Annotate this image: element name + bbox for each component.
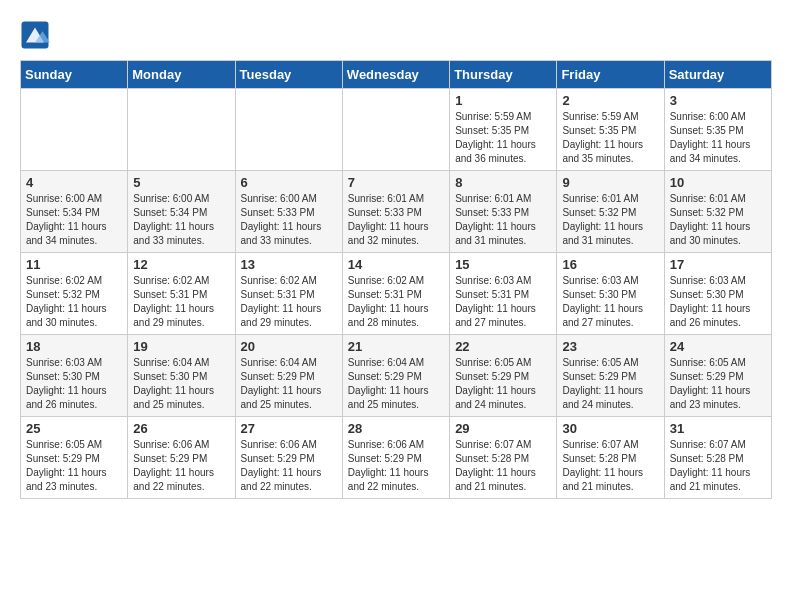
day-info: Sunrise: 6:06 AM Sunset: 5:29 PM Dayligh…: [348, 438, 444, 494]
calendar-cell: 29Sunrise: 6:07 AM Sunset: 5:28 PM Dayli…: [450, 417, 557, 499]
calendar-week-row: 11Sunrise: 6:02 AM Sunset: 5:32 PM Dayli…: [21, 253, 772, 335]
day-info: Sunrise: 6:00 AM Sunset: 5:35 PM Dayligh…: [670, 110, 766, 166]
calendar-cell: 19Sunrise: 6:04 AM Sunset: 5:30 PM Dayli…: [128, 335, 235, 417]
day-number: 13: [241, 257, 337, 272]
calendar-cell: 21Sunrise: 6:04 AM Sunset: 5:29 PM Dayli…: [342, 335, 449, 417]
calendar-cell: 2Sunrise: 5:59 AM Sunset: 5:35 PM Daylig…: [557, 89, 664, 171]
day-number: 4: [26, 175, 122, 190]
day-info: Sunrise: 6:03 AM Sunset: 5:30 PM Dayligh…: [562, 274, 658, 330]
day-number: 26: [133, 421, 229, 436]
day-info: Sunrise: 6:07 AM Sunset: 5:28 PM Dayligh…: [562, 438, 658, 494]
day-number: 7: [348, 175, 444, 190]
calendar-cell: [235, 89, 342, 171]
calendar-cell: 13Sunrise: 6:02 AM Sunset: 5:31 PM Dayli…: [235, 253, 342, 335]
calendar-cell: 17Sunrise: 6:03 AM Sunset: 5:30 PM Dayli…: [664, 253, 771, 335]
calendar-cell: 3Sunrise: 6:00 AM Sunset: 5:35 PM Daylig…: [664, 89, 771, 171]
calendar-cell: [342, 89, 449, 171]
day-info: Sunrise: 6:01 AM Sunset: 5:33 PM Dayligh…: [455, 192, 551, 248]
day-info: Sunrise: 6:01 AM Sunset: 5:32 PM Dayligh…: [670, 192, 766, 248]
calendar-cell: 30Sunrise: 6:07 AM Sunset: 5:28 PM Dayli…: [557, 417, 664, 499]
day-number: 9: [562, 175, 658, 190]
day-number: 20: [241, 339, 337, 354]
day-number: 27: [241, 421, 337, 436]
calendar-cell: 20Sunrise: 6:04 AM Sunset: 5:29 PM Dayli…: [235, 335, 342, 417]
calendar-cell: 28Sunrise: 6:06 AM Sunset: 5:29 PM Dayli…: [342, 417, 449, 499]
day-number: 22: [455, 339, 551, 354]
calendar-cell: 5Sunrise: 6:00 AM Sunset: 5:34 PM Daylig…: [128, 171, 235, 253]
day-info: Sunrise: 6:01 AM Sunset: 5:33 PM Dayligh…: [348, 192, 444, 248]
calendar-day-header: Friday: [557, 61, 664, 89]
day-info: Sunrise: 6:02 AM Sunset: 5:31 PM Dayligh…: [241, 274, 337, 330]
calendar-cell: 1Sunrise: 5:59 AM Sunset: 5:35 PM Daylig…: [450, 89, 557, 171]
day-number: 18: [26, 339, 122, 354]
calendar-cell: 7Sunrise: 6:01 AM Sunset: 5:33 PM Daylig…: [342, 171, 449, 253]
page-header: [20, 20, 772, 50]
day-number: 28: [348, 421, 444, 436]
day-number: 3: [670, 93, 766, 108]
calendar-cell: 22Sunrise: 6:05 AM Sunset: 5:29 PM Dayli…: [450, 335, 557, 417]
calendar-cell: 6Sunrise: 6:00 AM Sunset: 5:33 PM Daylig…: [235, 171, 342, 253]
calendar-cell: 18Sunrise: 6:03 AM Sunset: 5:30 PM Dayli…: [21, 335, 128, 417]
calendar-day-header: Wednesday: [342, 61, 449, 89]
calendar-cell: 26Sunrise: 6:06 AM Sunset: 5:29 PM Dayli…: [128, 417, 235, 499]
calendar-cell: 14Sunrise: 6:02 AM Sunset: 5:31 PM Dayli…: [342, 253, 449, 335]
calendar-cell: 24Sunrise: 6:05 AM Sunset: 5:29 PM Dayli…: [664, 335, 771, 417]
day-number: 10: [670, 175, 766, 190]
day-info: Sunrise: 6:03 AM Sunset: 5:30 PM Dayligh…: [670, 274, 766, 330]
day-info: Sunrise: 6:04 AM Sunset: 5:29 PM Dayligh…: [241, 356, 337, 412]
day-info: Sunrise: 6:05 AM Sunset: 5:29 PM Dayligh…: [562, 356, 658, 412]
day-info: Sunrise: 5:59 AM Sunset: 5:35 PM Dayligh…: [455, 110, 551, 166]
day-number: 12: [133, 257, 229, 272]
day-number: 17: [670, 257, 766, 272]
calendar-day-header: Saturday: [664, 61, 771, 89]
calendar-cell: [128, 89, 235, 171]
day-info: Sunrise: 6:06 AM Sunset: 5:29 PM Dayligh…: [133, 438, 229, 494]
day-number: 21: [348, 339, 444, 354]
logo-icon: [20, 20, 50, 50]
day-info: Sunrise: 6:02 AM Sunset: 5:32 PM Dayligh…: [26, 274, 122, 330]
calendar-header-row: SundayMondayTuesdayWednesdayThursdayFrid…: [21, 61, 772, 89]
day-number: 2: [562, 93, 658, 108]
day-info: Sunrise: 6:06 AM Sunset: 5:29 PM Dayligh…: [241, 438, 337, 494]
day-info: Sunrise: 6:03 AM Sunset: 5:30 PM Dayligh…: [26, 356, 122, 412]
day-info: Sunrise: 6:05 AM Sunset: 5:29 PM Dayligh…: [26, 438, 122, 494]
day-info: Sunrise: 6:00 AM Sunset: 5:33 PM Dayligh…: [241, 192, 337, 248]
calendar-table: SundayMondayTuesdayWednesdayThursdayFrid…: [20, 60, 772, 499]
calendar-day-header: Sunday: [21, 61, 128, 89]
day-number: 15: [455, 257, 551, 272]
calendar-cell: 27Sunrise: 6:06 AM Sunset: 5:29 PM Dayli…: [235, 417, 342, 499]
calendar-day-header: Thursday: [450, 61, 557, 89]
calendar-cell: 8Sunrise: 6:01 AM Sunset: 5:33 PM Daylig…: [450, 171, 557, 253]
day-info: Sunrise: 6:03 AM Sunset: 5:31 PM Dayligh…: [455, 274, 551, 330]
calendar-cell: 11Sunrise: 6:02 AM Sunset: 5:32 PM Dayli…: [21, 253, 128, 335]
day-number: 5: [133, 175, 229, 190]
day-number: 14: [348, 257, 444, 272]
day-number: 24: [670, 339, 766, 354]
day-number: 31: [670, 421, 766, 436]
calendar-cell: [21, 89, 128, 171]
calendar-day-header: Tuesday: [235, 61, 342, 89]
day-info: Sunrise: 6:00 AM Sunset: 5:34 PM Dayligh…: [133, 192, 229, 248]
calendar-cell: 16Sunrise: 6:03 AM Sunset: 5:30 PM Dayli…: [557, 253, 664, 335]
day-info: Sunrise: 6:05 AM Sunset: 5:29 PM Dayligh…: [455, 356, 551, 412]
day-number: 6: [241, 175, 337, 190]
day-info: Sunrise: 6:07 AM Sunset: 5:28 PM Dayligh…: [455, 438, 551, 494]
calendar-cell: 12Sunrise: 6:02 AM Sunset: 5:31 PM Dayli…: [128, 253, 235, 335]
day-number: 1: [455, 93, 551, 108]
day-number: 16: [562, 257, 658, 272]
day-number: 25: [26, 421, 122, 436]
calendar-cell: 25Sunrise: 6:05 AM Sunset: 5:29 PM Dayli…: [21, 417, 128, 499]
calendar-cell: 4Sunrise: 6:00 AM Sunset: 5:34 PM Daylig…: [21, 171, 128, 253]
day-info: Sunrise: 6:02 AM Sunset: 5:31 PM Dayligh…: [133, 274, 229, 330]
day-info: Sunrise: 6:01 AM Sunset: 5:32 PM Dayligh…: [562, 192, 658, 248]
day-info: Sunrise: 6:07 AM Sunset: 5:28 PM Dayligh…: [670, 438, 766, 494]
day-info: Sunrise: 6:04 AM Sunset: 5:29 PM Dayligh…: [348, 356, 444, 412]
day-info: Sunrise: 6:00 AM Sunset: 5:34 PM Dayligh…: [26, 192, 122, 248]
calendar-cell: 23Sunrise: 6:05 AM Sunset: 5:29 PM Dayli…: [557, 335, 664, 417]
day-number: 29: [455, 421, 551, 436]
calendar-cell: 9Sunrise: 6:01 AM Sunset: 5:32 PM Daylig…: [557, 171, 664, 253]
calendar-cell: 10Sunrise: 6:01 AM Sunset: 5:32 PM Dayli…: [664, 171, 771, 253]
day-number: 30: [562, 421, 658, 436]
calendar-week-row: 4Sunrise: 6:00 AM Sunset: 5:34 PM Daylig…: [21, 171, 772, 253]
day-number: 8: [455, 175, 551, 190]
